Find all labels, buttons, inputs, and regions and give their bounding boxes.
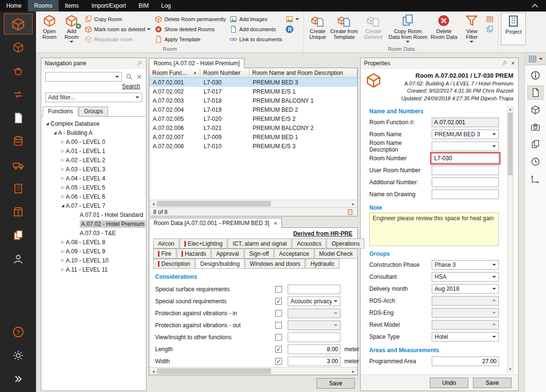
tab-model-check[interactable]: Model Check <box>315 249 358 259</box>
tree-item-level-11[interactable]: ▷A.11 - LEVEL 11 <box>41 265 146 274</box>
tab-approval[interactable]: Approval <box>211 249 243 259</box>
photos-button[interactable] <box>527 120 544 134</box>
add-room-button[interactable]: + Add Room <box>61 12 83 45</box>
menu-tab-rooms[interactable]: Rooms <box>28 0 59 12</box>
room-row-1[interactable]: A.07.02.002L7-017PREMIUM E/S 1 <box>149 87 357 96</box>
tab-elec-lighting[interactable]: Elec+Lighting <box>180 238 227 249</box>
room-name-description-select[interactable] <box>432 142 499 151</box>
consultant-select[interactable]: HSA <box>432 272 499 282</box>
rds-arch-select[interactable] <box>432 296 499 306</box>
width-input[interactable] <box>288 356 340 366</box>
sidebar-expand-icon[interactable] <box>4 368 33 390</box>
add-images-button[interactable]: Add Images <box>228 14 284 24</box>
apply-template-button[interactable]: Apply Template <box>153 34 228 44</box>
room-data-horizontal-scrollbar[interactable]: ◂▸ <box>149 367 357 375</box>
sidebar-items-icon[interactable] <box>4 60 33 82</box>
close-properties-icon[interactable]: × <box>511 60 515 66</box>
copy-room-button[interactable]: Copy Room <box>83 14 153 24</box>
properties-scrollbar[interactable]: ▴ ▾ <box>507 106 513 372</box>
view-insight-checkbox[interactable] <box>275 334 282 341</box>
info-button[interactable] <box>527 68 544 83</box>
sidebar-buildings-icon[interactable] <box>4 178 33 199</box>
tab-design-building[interactable]: Design/building <box>195 259 244 269</box>
sidebar-rooms-icon[interactable] <box>4 13 33 35</box>
room-name-select[interactable]: PREMIUM BED 3 <box>432 130 499 139</box>
scroll-up-icon[interactable]: ▴ <box>509 107 511 112</box>
link-to-documents-button[interactable]: Link to documents <box>228 34 284 44</box>
undo-button[interactable]: Undo <box>430 378 468 388</box>
tab-windows-doors[interactable]: Windows and doors <box>245 259 305 269</box>
room-row-3[interactable]: A.07.02.004L7-019PREMIUM BED 2 <box>149 105 357 114</box>
special-sound-select[interactable]: Acoustic privacy <box>288 297 340 306</box>
sidebar-contacts-icon[interactable] <box>4 249 33 270</box>
tab-fire[interactable]: Fire <box>153 249 176 259</box>
scroll-right-icon[interactable]: ▸ <box>350 369 357 374</box>
delivery-month-select[interactable]: Aug 2018 <box>432 284 499 294</box>
tab-aircon[interactable]: Aircon <box>153 238 179 249</box>
tab-ict-alarm-signal[interactable]: ICT, alarm and signal <box>228 238 291 249</box>
properties-save-button[interactable]: Save <box>473 378 511 388</box>
tree-item-level-0[interactable]: ▷A.00 - LEVEL 0 <box>41 137 146 146</box>
history-button[interactable] <box>527 154 544 169</box>
length-input[interactable] <box>288 344 340 354</box>
tree-item-building-a[interactable]: ◢A - Building A <box>41 128 146 137</box>
room-data-sync-button[interactable] <box>484 24 496 34</box>
room-row-7[interactable]: A.07.02.008L7-010PREMIUM E/S 3 <box>149 142 357 151</box>
scroll-left-icon[interactable]: ◂ <box>150 369 157 374</box>
reactivate-room-button[interactable]: Reactivate room <box>83 34 153 44</box>
tab-acoustics[interactable]: Acoustics <box>292 238 326 249</box>
tree-item-level-6[interactable]: ▷A.06 - LEVEL 6 <box>41 192 146 201</box>
sidebar-products-icon[interactable] <box>4 202 33 223</box>
special-sound-checkbox[interactable]: ✓ <box>275 298 282 305</box>
tab-sign-off[interactable]: Sign-off <box>244 249 274 259</box>
search-input[interactable] <box>45 72 122 82</box>
view-filter-button[interactable]: View Filter <box>459 12 484 45</box>
tree-item-level-10[interactable]: ▷A.10 - LEVEL 10 <box>41 256 146 265</box>
room-function-input[interactable] <box>432 118 499 127</box>
tree-item-level-9[interactable]: ▷A.09 - LEVEL 9 <box>41 247 146 256</box>
rooms-list-tab[interactable]: Rooms [A.07.02 - Hotel Premium] <box>149 58 244 68</box>
document-button[interactable] <box>527 85 544 100</box>
tree-item-te[interactable]: A.07.03 - T&E <box>41 228 146 238</box>
tree-item-level-1[interactable]: ▷A.01 - LEVEL 1 <box>41 146 146 155</box>
vibrations-out-select[interactable] <box>288 321 340 330</box>
vibrations-in-select[interactable] <box>288 309 340 318</box>
room-row-6[interactable]: A.07.02.007L7-009PREMIUM BED 1 <box>149 132 357 142</box>
revit-model-select[interactable] <box>432 320 499 330</box>
room-number-input[interactable] <box>432 154 499 163</box>
name-on-drawing-input[interactable] <box>432 190 499 199</box>
image-options-button[interactable] <box>284 14 301 24</box>
tree-item-complex-database[interactable]: ◢Complex Database <box>41 119 146 128</box>
mark-room-deleted-button[interactable]: Mark room as deleted <box>83 24 153 34</box>
search-history-dropdown-icon[interactable] <box>115 76 119 78</box>
tree-item-level-3[interactable]: ▷A.03 - LEVEL 3 <box>41 165 146 174</box>
copy-room-data-from-room-button[interactable]: Copy Room Data from Room <box>387 12 428 45</box>
create-from-template-button[interactable]: Create from Template <box>328 12 359 45</box>
column-header-room-function[interactable]: Room Func...▲ <box>149 68 200 77</box>
sidebar-transfers-icon[interactable] <box>4 84 33 105</box>
menu-tab-home[interactable]: Home <box>0 0 28 12</box>
tree-item-level-8[interactable]: ▷A.08 - LEVEL 8 <box>41 238 146 247</box>
tab-functions[interactable]: Functions <box>43 107 78 117</box>
tab-operations[interactable]: Operations <box>327 238 364 249</box>
width-checkbox[interactable]: ✓ <box>275 358 282 365</box>
pin-icon[interactable] <box>501 60 508 67</box>
menu-tab-items[interactable]: Items <box>59 0 85 12</box>
add-documents-button[interactable]: Add documents <box>228 24 284 34</box>
delete-room-data-button[interactable]: Delete Room Data <box>428 12 459 45</box>
length-checkbox[interactable]: ✓ <box>275 346 282 353</box>
construction-phase-select[interactable]: Phase 3 <box>432 260 499 270</box>
room-row-2[interactable]: A.07.02.003L7-018PREMIUM BALCONY 1 <box>149 96 357 105</box>
tab-hazards[interactable]: Hazards <box>177 249 211 259</box>
layout-grid-button[interactable] <box>525 53 546 65</box>
measurements-button[interactable] <box>527 172 544 186</box>
menu-tab-bim[interactable]: BIM <box>132 0 155 12</box>
sidebar-reports-icon[interactable] <box>4 225 33 246</box>
close-room-data-tab-icon[interactable]: × <box>274 220 278 226</box>
sidebar-database-icon[interactable] <box>4 131 33 152</box>
rooms-horizontal-scrollbar[interactable]: ◂▸ <box>149 200 357 207</box>
column-header-room-name[interactable]: Room Name and Room Description <box>249 68 357 77</box>
create-unique-button[interactable]: Create Unique <box>306 12 328 45</box>
tree-item-level-7[interactable]: ◢A.07 - LEVEL 7 <box>41 201 146 210</box>
view-insight-input[interactable] <box>288 333 340 342</box>
